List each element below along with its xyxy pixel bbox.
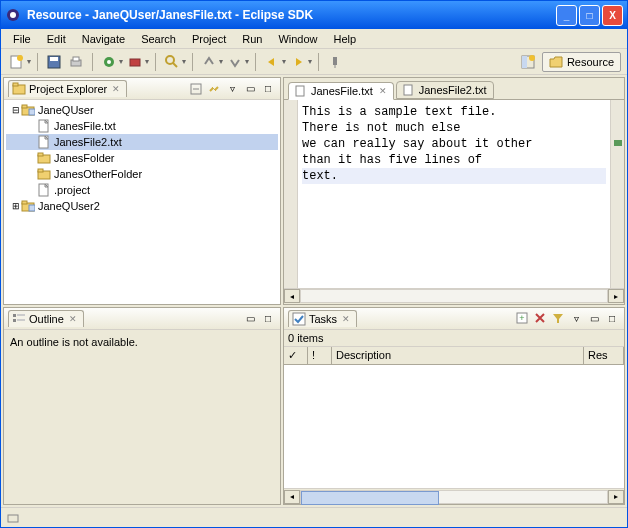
project-explorer-tab[interactable]: Project Explorer ✕ bbox=[8, 80, 127, 97]
menu-window[interactable]: Window bbox=[270, 31, 325, 47]
tasks-hscroll[interactable]: ◂ ▸ bbox=[284, 488, 624, 504]
search-icon[interactable] bbox=[162, 52, 182, 72]
tasks-tab[interactable]: Tasks ✕ bbox=[288, 310, 357, 327]
maximize-button[interactable]: □ bbox=[579, 5, 600, 26]
run-ext-icon[interactable] bbox=[125, 52, 145, 72]
minimize-button[interactable]: _ bbox=[556, 5, 577, 26]
minimize-view-icon[interactable]: ▭ bbox=[242, 81, 258, 97]
forward-icon[interactable] bbox=[288, 52, 308, 72]
tree-item[interactable]: JanesOtherFolder bbox=[6, 166, 278, 182]
scroll-right-icon[interactable]: ▸ bbox=[608, 289, 624, 303]
svg-rect-35 bbox=[13, 314, 16, 317]
editor-text[interactable]: This is a sample text file.There is not … bbox=[298, 100, 610, 288]
link-editor-icon[interactable] bbox=[206, 81, 222, 97]
close-icon[interactable]: ✕ bbox=[379, 86, 387, 96]
tree-label: .project bbox=[54, 184, 90, 196]
debug-icon[interactable] bbox=[99, 52, 119, 72]
svg-rect-33 bbox=[22, 201, 27, 204]
file-icon bbox=[37, 183, 51, 197]
svg-point-9 bbox=[107, 60, 111, 64]
tree-label: JaneQUser bbox=[38, 104, 94, 116]
col-resource[interactable]: Res bbox=[584, 347, 624, 364]
col-priority[interactable]: ! bbox=[308, 347, 332, 364]
perspective-resource[interactable]: Resource bbox=[542, 52, 621, 72]
menu-run[interactable]: Run bbox=[234, 31, 270, 47]
tasks-icon bbox=[292, 312, 306, 326]
svg-rect-5 bbox=[50, 57, 58, 61]
outline-message: An outline is not available. bbox=[4, 330, 280, 504]
svg-rect-41 bbox=[293, 313, 305, 325]
col-description[interactable]: Description bbox=[332, 347, 584, 364]
svg-rect-7 bbox=[73, 57, 79, 61]
expand-icon[interactable]: ⊞ bbox=[10, 201, 21, 211]
expand-icon[interactable]: ⊟ bbox=[10, 105, 21, 115]
tree-label: JanesFile.txt bbox=[54, 120, 116, 132]
maximize-view-icon[interactable]: □ bbox=[260, 81, 276, 97]
back-icon[interactable] bbox=[262, 52, 282, 72]
scroll-right-icon[interactable]: ▸ bbox=[608, 490, 624, 504]
close-icon[interactable]: ✕ bbox=[112, 84, 120, 94]
tree-item[interactable]: ⊞JaneQUser2 bbox=[6, 198, 278, 214]
close-icon[interactable]: ✕ bbox=[69, 314, 77, 324]
svg-text:+: + bbox=[519, 313, 524, 323]
collapse-all-icon[interactable] bbox=[188, 81, 204, 97]
tasks-header[interactable]: ✓ ! Description Res bbox=[284, 347, 624, 365]
view-menu-icon[interactable]: ▿ bbox=[224, 81, 240, 97]
pin-icon[interactable] bbox=[325, 52, 345, 72]
tree-item[interactable]: JanesFolder bbox=[6, 150, 278, 166]
open-perspective-icon[interactable] bbox=[518, 52, 538, 72]
delete-task-icon[interactable] bbox=[532, 310, 548, 326]
search-dropdown[interactable]: ▾ bbox=[182, 57, 186, 66]
new-dropdown[interactable]: ▾ bbox=[27, 57, 31, 66]
filter-icon[interactable] bbox=[550, 310, 566, 326]
menu-search[interactable]: Search bbox=[133, 31, 184, 47]
debug-dropdown[interactable]: ▾ bbox=[119, 57, 123, 66]
run-ext-dropdown[interactable]: ▾ bbox=[145, 57, 149, 66]
window-title: Resource - JaneQUser/JanesFile.txt - Ecl… bbox=[27, 8, 556, 22]
tree-label: JanesFolder bbox=[54, 152, 115, 164]
folder-icon bbox=[37, 167, 51, 181]
svg-point-11 bbox=[166, 56, 174, 64]
scroll-left-icon[interactable]: ◂ bbox=[284, 289, 300, 303]
tree-item[interactable]: JanesFile.txt bbox=[6, 118, 278, 134]
svg-line-12 bbox=[173, 63, 177, 67]
menu-help[interactable]: Help bbox=[326, 31, 365, 47]
menu-file[interactable]: File bbox=[5, 31, 39, 47]
minimize-view-icon[interactable]: ▭ bbox=[586, 310, 602, 326]
annotation-prev-icon[interactable] bbox=[199, 52, 219, 72]
tasks-rows bbox=[284, 365, 624, 488]
statusbar bbox=[1, 507, 627, 527]
menu-edit[interactable]: Edit bbox=[39, 31, 74, 47]
maximize-view-icon[interactable]: □ bbox=[604, 310, 620, 326]
svg-rect-37 bbox=[13, 319, 16, 322]
svg-rect-16 bbox=[522, 56, 527, 68]
project-tree[interactable]: ⊟JaneQUserJanesFile.txtJanesFile2.txtJan… bbox=[4, 100, 280, 304]
col-done[interactable]: ✓ bbox=[284, 347, 308, 364]
editor-gutter[interactable] bbox=[284, 100, 298, 288]
save-icon[interactable] bbox=[44, 52, 64, 72]
menu-navigate[interactable]: Navigate bbox=[74, 31, 133, 47]
overview-ruler[interactable] bbox=[610, 100, 624, 288]
view-menu-icon[interactable]: ▿ bbox=[568, 310, 584, 326]
close-button[interactable]: X bbox=[602, 5, 623, 26]
minimize-view-icon[interactable]: ▭ bbox=[242, 310, 258, 326]
file-icon bbox=[37, 135, 51, 149]
editor-tab[interactable]: JanesFile.txt✕ bbox=[288, 82, 394, 100]
fastview-icon[interactable] bbox=[7, 512, 19, 524]
navigator-icon bbox=[12, 82, 26, 96]
tree-item[interactable]: JanesFile2.txt bbox=[6, 134, 278, 150]
new-icon[interactable] bbox=[7, 52, 27, 72]
scroll-left-icon[interactable]: ◂ bbox=[284, 490, 300, 504]
new-task-icon[interactable]: + bbox=[514, 310, 530, 326]
outline-tab[interactable]: Outline ✕ bbox=[8, 310, 84, 327]
tree-item[interactable]: .project bbox=[6, 182, 278, 198]
svg-rect-28 bbox=[38, 153, 43, 156]
menu-project[interactable]: Project bbox=[184, 31, 234, 47]
editor-tab[interactable]: JanesFile2.txt bbox=[396, 81, 494, 99]
close-icon[interactable]: ✕ bbox=[342, 314, 350, 324]
annotation-next-icon[interactable] bbox=[225, 52, 245, 72]
print-icon[interactable] bbox=[66, 52, 86, 72]
tree-item[interactable]: ⊟JaneQUser bbox=[6, 102, 278, 118]
maximize-view-icon[interactable]: □ bbox=[260, 310, 276, 326]
editor-hscroll[interactable]: ◂ ▸ bbox=[284, 288, 624, 304]
